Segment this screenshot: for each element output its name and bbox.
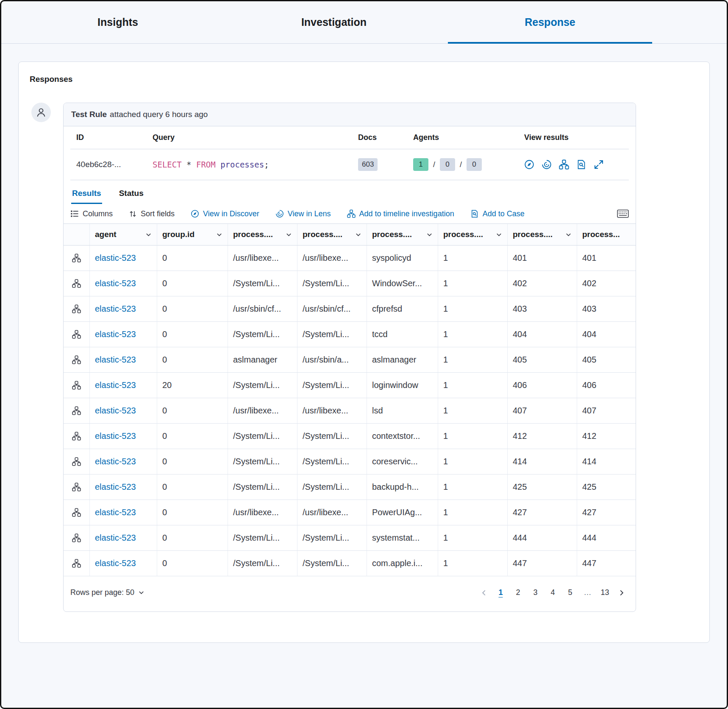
- chevron-down-icon[interactable]: [565, 232, 572, 238]
- agent-link[interactable]: elastic-523: [90, 398, 157, 423]
- cell-process-pid2: 427: [577, 500, 636, 525]
- docs-cell: 603: [352, 149, 407, 180]
- page-button-13[interactable]: 13: [597, 586, 613, 599]
- agent-link[interactable]: elastic-523: [90, 525, 157, 550]
- cell-process-path: /System/Li...: [228, 424, 297, 449]
- view-in-discover-button[interactable]: [524, 159, 534, 170]
- analyze-event-graph-icon: [72, 330, 81, 339]
- agent-link[interactable]: elastic-523: [90, 373, 157, 398]
- columns-button[interactable]: Columns: [70, 209, 113, 218]
- control-column-header: [64, 224, 90, 245]
- tab-insights[interactable]: Insights: [10, 1, 226, 43]
- column-header-agent[interactable]: agent: [90, 224, 157, 245]
- rows-per-page-button[interactable]: Rows per page: 50: [70, 588, 144, 597]
- page-button-4[interactable]: 4: [545, 586, 561, 599]
- analyze-event-button[interactable]: [64, 475, 90, 500]
- analyze-event-button[interactable]: [64, 246, 90, 271]
- analyze-event-button[interactable]: [64, 322, 90, 347]
- analyze-event-graph-icon: [72, 304, 81, 313]
- chevron-down-icon[interactable]: [286, 232, 292, 238]
- analyze-event-button[interactable]: [64, 449, 90, 474]
- page-button-1[interactable]: 1: [493, 586, 508, 599]
- cell-process-name: contextstor...: [367, 424, 438, 449]
- cell-process-cmdline: /usr/sbin/cf...: [297, 296, 367, 321]
- view-in-lens-button[interactable]: [542, 159, 552, 170]
- page-button-3[interactable]: 3: [528, 586, 543, 599]
- comment-action-text: attached query 6 hours ago: [110, 110, 208, 119]
- chevron-down-icon[interactable]: [145, 232, 152, 238]
- agents-success-badge: 1: [413, 158, 428, 171]
- timeline-graph-icon: [347, 209, 356, 218]
- agent-link[interactable]: elastic-523: [90, 246, 157, 271]
- analyze-event-button[interactable]: [64, 525, 90, 550]
- view-in-discover-link[interactable]: View in Discover: [191, 209, 259, 218]
- agent-link[interactable]: elastic-523: [90, 424, 157, 449]
- add-to-case-link[interactable]: Add to Case: [470, 209, 525, 218]
- results-data-grid: agent group.id process....: [64, 223, 636, 576]
- agent-link[interactable]: elastic-523: [90, 475, 157, 500]
- next-page-button[interactable]: [614, 589, 629, 597]
- analyze-event-button[interactable]: [64, 551, 90, 576]
- open-fullscreen-button[interactable]: [594, 159, 604, 170]
- analyze-event-button[interactable]: [64, 500, 90, 525]
- cell-process-path: /usr/libexe...: [228, 398, 297, 423]
- analyze-event-button[interactable]: [64, 373, 90, 398]
- column-header-process-5[interactable]: process....: [508, 224, 577, 245]
- view-in-lens-link[interactable]: View in Lens: [275, 209, 331, 218]
- tab-response[interactable]: Response: [442, 1, 658, 43]
- cell-process-name: PowerUIAg...: [367, 500, 438, 525]
- cell-process-pid: 447: [508, 551, 577, 576]
- tab-results[interactable]: Results: [71, 183, 102, 204]
- keyboard-shortcuts-button[interactable]: [617, 209, 629, 218]
- cell-process-cmdline: /System/Li...: [297, 424, 367, 449]
- column-header-process-3[interactable]: process....: [367, 224, 438, 245]
- table-row: elastic-523 0 /System/Li... /System/Li..…: [64, 424, 636, 449]
- column-header-label: process....: [233, 230, 273, 239]
- cell-process-pid2: 414: [577, 449, 636, 474]
- analyze-event-graph-icon: [72, 457, 81, 466]
- cell-group-id: 0: [157, 551, 228, 576]
- column-header-process-1[interactable]: process....: [228, 224, 297, 245]
- analyze-event-button[interactable]: [64, 398, 90, 423]
- cell-process-pid: 427: [508, 500, 577, 525]
- add-to-case-label: Add to Case: [483, 209, 525, 218]
- chevron-down-icon[interactable]: [216, 232, 222, 238]
- analyze-event-button[interactable]: [64, 296, 90, 321]
- cell-process-cmdline: /System/Li...: [297, 271, 367, 296]
- table-row: elastic-523 0 /System/Li... /System/Li..…: [64, 271, 636, 296]
- cell-group-id: 0: [157, 525, 228, 550]
- inspect-results-button[interactable]: [576, 159, 586, 170]
- analyze-event-button[interactable]: [64, 424, 90, 449]
- table-row: elastic-523 0 /usr/libexe... /usr/libexe…: [64, 500, 636, 525]
- column-header-group-id[interactable]: group.id: [157, 224, 228, 245]
- page-button-5[interactable]: 5: [562, 586, 578, 599]
- tab-investigation[interactable]: Investigation: [226, 1, 442, 43]
- chevron-down-icon[interactable]: [496, 232, 502, 238]
- tab-status[interactable]: Status: [118, 183, 144, 204]
- agent-link[interactable]: elastic-523: [90, 296, 157, 321]
- analyze-event-button[interactable]: [64, 347, 90, 372]
- previous-page-button[interactable]: [477, 589, 491, 597]
- cell-process-cmdline: /usr/sbin/a...: [297, 347, 367, 372]
- agent-link[interactable]: elastic-523: [90, 551, 157, 576]
- page-button-2[interactable]: 2: [510, 586, 526, 599]
- cell-process-pid2: 403: [577, 296, 636, 321]
- agent-link[interactable]: elastic-523: [90, 347, 157, 372]
- chevron-down-icon[interactable]: [355, 232, 361, 238]
- agent-link[interactable]: elastic-523: [90, 271, 157, 296]
- column-header-process-6[interactable]: process...: [577, 224, 636, 245]
- agent-link[interactable]: elastic-523: [90, 322, 157, 347]
- query-sql: SELECT * FROM processes;: [147, 151, 352, 178]
- agent-link[interactable]: elastic-523: [90, 500, 157, 525]
- add-to-timeline-button[interactable]: [559, 159, 569, 170]
- add-to-timeline-link[interactable]: Add to timeline investigation: [347, 209, 454, 218]
- responses-panel: Responses Test Ruleattached query 6 hour…: [18, 61, 710, 643]
- column-header-process-4[interactable]: process....: [438, 224, 508, 245]
- cell-process-name: aslmanager: [367, 347, 438, 372]
- chevron-down-icon[interactable]: [426, 232, 433, 238]
- column-header-process-2[interactable]: process....: [297, 224, 367, 245]
- table-row: elastic-523 0 /System/Li... /System/Li..…: [64, 322, 636, 347]
- analyze-event-button[interactable]: [64, 271, 90, 296]
- sort-fields-button[interactable]: Sort fields: [129, 209, 175, 218]
- agent-link[interactable]: elastic-523: [90, 449, 157, 474]
